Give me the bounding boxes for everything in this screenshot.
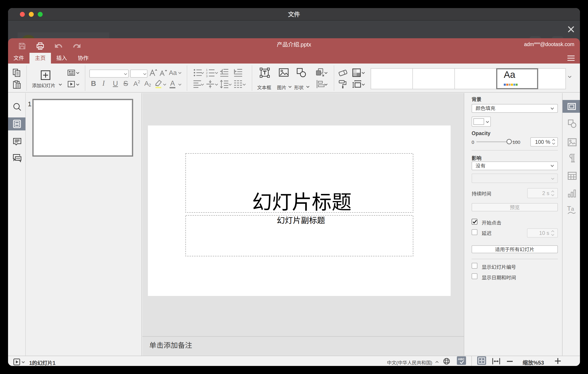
svg-text:1: 1 [206,68,208,72]
svg-text:3: 3 [206,75,208,77]
svg-text:2: 2 [206,71,208,75]
